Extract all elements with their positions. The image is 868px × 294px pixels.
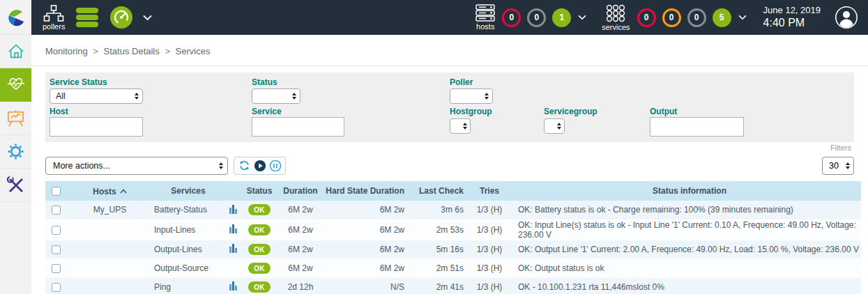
column-header-status[interactable]: Status: [243, 181, 276, 201]
row-checkbox[interactable]: [52, 206, 61, 215]
host-cell[interactable]: [66, 277, 153, 294]
host-counters: 001: [502, 8, 571, 27]
sidebar-item-reporting[interactable]: [0, 102, 31, 135]
hard-state-duration-cell: 6M 2w: [325, 201, 416, 219]
chevron-down-icon[interactable]: [578, 15, 586, 20]
service-status-select[interactable]: All: [50, 88, 143, 104]
hard-state-duration-cell: 6M 2w: [325, 258, 416, 277]
main-content: Monitoring > Status Details > Services S…: [31, 35, 868, 294]
column-header-services[interactable]: Services: [153, 181, 223, 201]
breadcrumb: Monitoring > Status Details > Services: [31, 35, 868, 66]
sidebar: [0, 35, 31, 294]
host-input[interactable]: [50, 117, 143, 137]
last-check-cell: 3m 6s: [416, 201, 468, 219]
hosts-menu[interactable]: hosts: [475, 4, 495, 31]
breadcrumb-item[interactable]: Services: [176, 46, 211, 56]
home-icon: [7, 42, 25, 61]
column-header-hosts[interactable]: Hosts: [66, 181, 153, 201]
row-checkbox[interactable]: [52, 226, 61, 235]
status-select[interactable]: [252, 88, 300, 104]
tries-cell: 1/3 (H): [468, 240, 511, 258]
select-spinner-icon: [135, 93, 139, 100]
time-text: 4:40 PM: [763, 16, 821, 30]
row-checkbox[interactable]: [52, 283, 61, 292]
status-badge: OK: [248, 244, 271, 255]
column-header-hard-state-duration[interactable]: Hard State Duration: [325, 181, 416, 201]
status-badge: OK: [248, 224, 271, 235]
database-icon[interactable]: [75, 6, 100, 29]
last-check-cell: 2m 53s: [416, 219, 468, 240]
refresh-icon[interactable]: [238, 159, 251, 172]
pollers-icon: [43, 5, 64, 22]
service-cell[interactable]: Input-Lines: [153, 219, 223, 240]
top-header-dark: pollers: [31, 0, 868, 35]
row-checkbox[interactable]: [52, 264, 61, 273]
select-all-checkbox[interactable]: [52, 187, 61, 196]
heart-pulse-icon: [6, 76, 26, 94]
column-header-status-information[interactable]: Status information: [511, 181, 861, 201]
graph-icon[interactable]: [229, 224, 237, 233]
service-label: Service: [252, 107, 282, 116]
pollers-menu[interactable]: pollers: [43, 5, 65, 31]
host-cell[interactable]: My_UPS: [66, 201, 153, 219]
services-icon: [605, 4, 626, 22]
service-cell[interactable]: Output-Lines: [153, 240, 223, 258]
status-counter[interactable]: 5: [713, 8, 731, 27]
status-counter[interactable]: 1: [552, 8, 571, 27]
row-checkbox[interactable]: [52, 245, 61, 254]
pause-icon[interactable]: [268, 159, 282, 172]
sidebar-item-monitoring[interactable]: [0, 68, 31, 102]
status-information-cell: OK - 10.100.1.231 rta 11,446mslost 0%: [511, 277, 861, 294]
host-cell[interactable]: [66, 240, 153, 258]
play-icon[interactable]: [253, 159, 266, 172]
host-cell[interactable]: [66, 219, 153, 240]
sidebar-item-administration[interactable]: [0, 169, 31, 202]
filters-tag[interactable]: Filters: [45, 142, 854, 153]
chevron-down-icon[interactable]: [738, 15, 747, 20]
service-cell[interactable]: Output-Source: [153, 258, 223, 277]
last-check-cell: 2m 51s: [416, 258, 468, 277]
datetime: June 12, 2019 4:40 PM: [763, 5, 821, 30]
more-actions-select[interactable]: More actions...: [45, 157, 228, 175]
poller-select[interactable]: [450, 88, 493, 104]
tries-cell: 1/3 (H): [468, 201, 511, 219]
hosts-icon: [475, 4, 495, 22]
chevron-down-icon[interactable]: [143, 15, 152, 21]
column-header-tries[interactable]: Tries: [468, 181, 511, 201]
status-information-cell: OK: Battery status is ok - Charge remain…: [511, 201, 861, 219]
actions-toolbar: More actions...: [45, 156, 854, 175]
status-counter[interactable]: 0: [662, 8, 681, 27]
breadcrumb-item[interactable]: Monitoring: [45, 46, 88, 56]
status-information-cell: OK: Output status is ok: [511, 258, 861, 277]
service-cell[interactable]: Battery-Status: [153, 201, 223, 219]
status-counter[interactable]: 0: [687, 8, 706, 27]
hostgroup-select[interactable]: [450, 118, 471, 134]
service-input[interactable]: [252, 117, 344, 137]
column-header-duration[interactable]: Duration: [276, 181, 325, 201]
filter-panel: Service Status All Status Poller Host Se…: [45, 72, 854, 142]
gauge-icon[interactable]: [109, 6, 133, 29]
sidebar-item-configuration[interactable]: [0, 135, 31, 169]
graph-icon[interactable]: [229, 243, 237, 253]
services-menu[interactable]: services: [602, 4, 630, 31]
breadcrumb-item[interactable]: Status Details: [104, 46, 160, 56]
last-check-cell: 2m 41s: [416, 277, 468, 294]
host-label: Host: [50, 107, 68, 116]
status-counter[interactable]: 0: [502, 8, 521, 27]
output-input[interactable]: [650, 117, 744, 137]
service-cell[interactable]: Ping: [153, 277, 223, 294]
graph-icon[interactable]: [229, 204, 237, 214]
centreon-logo[interactable]: [0, 0, 31, 35]
select-spinner-icon: [485, 93, 489, 100]
duration-cell: 6M 2w: [276, 219, 325, 240]
host-cell[interactable]: [66, 258, 153, 277]
graph-icon[interactable]: [229, 281, 237, 291]
servicegroup-select[interactable]: [544, 118, 565, 134]
user-icon[interactable]: [835, 6, 858, 29]
status-badge: OK: [248, 204, 271, 215]
status-counter[interactable]: 0: [637, 8, 656, 27]
page-size-select[interactable]: 30: [822, 157, 854, 175]
sidebar-item-home[interactable]: [0, 35, 31, 68]
status-counter[interactable]: 0: [527, 8, 546, 27]
column-header-last-check[interactable]: Last Check: [416, 181, 468, 201]
